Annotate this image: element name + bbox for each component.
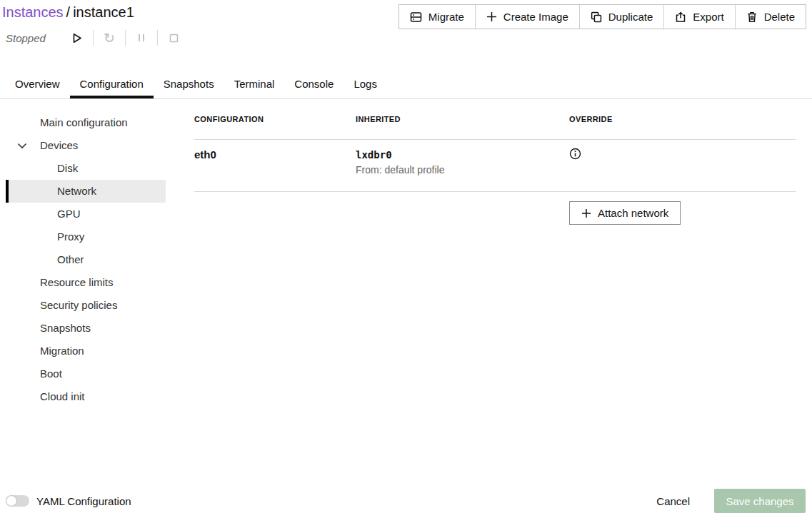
restart-icon: ↻: [104, 31, 115, 45]
attach-network-label: Attach network: [598, 207, 668, 219]
tab-logs[interactable]: Logs: [344, 71, 387, 98]
sidebar-item-other[interactable]: Other: [6, 248, 166, 271]
sidebar-item-network[interactable]: Network: [6, 180, 166, 203]
play-icon: [73, 33, 82, 44]
sidebar-item-security-policies[interactable]: Security policies: [6, 294, 166, 317]
page-title: instance1: [73, 4, 134, 20]
divider: [125, 30, 126, 46]
action-label: Duplicate: [608, 11, 653, 23]
trash-icon: [746, 11, 758, 23]
instance-tabs: Overview Configuration Snapshots Termina…: [0, 71, 812, 99]
create-image-button[interactable]: Create Image: [475, 5, 579, 29]
sidebar-item-migration[interactable]: Migration: [6, 340, 166, 362]
tab-terminal[interactable]: Terminal: [224, 71, 285, 98]
column-header-configuration: CONFIGURATION: [194, 115, 356, 139]
action-label: Migrate: [428, 11, 464, 23]
duplicate-icon: [591, 11, 602, 23]
form-footer: YAML Configuration Cancel Save changes: [0, 479, 812, 523]
sidebar-item-cloud-init[interactable]: Cloud init: [6, 385, 166, 408]
action-label: Export: [693, 11, 723, 23]
tab-console[interactable]: Console: [284, 71, 344, 98]
inherited-network-value: lxdbr0: [356, 148, 569, 162]
toggle-knob: [6, 496, 16, 506]
tab-overview[interactable]: Overview: [5, 71, 70, 98]
inherited-source: From: default profile: [356, 164, 569, 176]
override-cell: [569, 148, 796, 191]
migrate-button[interactable]: Migrate: [399, 5, 475, 29]
export-button[interactable]: Export: [663, 5, 734, 29]
sidebar-item-devices[interactable]: Devices: [6, 134, 166, 157]
column-header-inherited: INHERITED: [356, 115, 569, 139]
duplicate-button[interactable]: Duplicate: [579, 5, 664, 29]
tab-snapshots[interactable]: Snapshots: [154, 71, 224, 98]
sidebar-item-disk[interactable]: Disk: [6, 157, 166, 180]
instance-state-controls: Stopped ↻: [6, 29, 189, 47]
attach-network-row: Attach network: [194, 192, 796, 225]
pause-icon: [137, 33, 146, 43]
sidebar-item-boot[interactable]: Boot: [6, 362, 166, 385]
yaml-configuration-label[interactable]: YAML Configuration: [36, 495, 131, 507]
configuration-sidebar: Main configuration Devices Disk Network …: [0, 100, 183, 408]
restart-button[interactable]: ↻: [101, 29, 118, 46]
plus-icon: [581, 208, 591, 218]
sidebar-item-main-configuration[interactable]: Main configuration: [6, 111, 166, 134]
divider: [93, 30, 94, 46]
save-changes-button[interactable]: Save changes: [714, 489, 806, 513]
instance-detail-page: Instances/instance1 Stopped ↻: [0, 0, 812, 523]
breadcrumb-instances-link[interactable]: Instances: [2, 4, 64, 20]
table-header-row: CONFIGURATION INHERITED OVERRIDE: [194, 100, 796, 140]
breadcrumb: Instances/instance1: [2, 3, 134, 21]
yaml-configuration-toggle[interactable]: [6, 495, 29, 507]
sidebar-item-resource-limits[interactable]: Resource limits: [6, 271, 166, 294]
stop-icon: [169, 34, 179, 43]
override-info-button[interactable]: [569, 148, 581, 160]
info-icon: [569, 148, 581, 160]
migrate-icon: [410, 11, 422, 23]
sidebar-item-proxy[interactable]: Proxy: [6, 225, 166, 248]
table-row: eth0 lxdbr0 From: default profile: [194, 140, 796, 192]
inherited-cell: lxdbr0 From: default profile: [356, 148, 569, 191]
start-button[interactable]: [69, 29, 86, 46]
status-label: Stopped: [6, 32, 50, 44]
sidebar-item-gpu[interactable]: GPU: [6, 203, 166, 225]
breadcrumb-separator: /: [64, 4, 74, 20]
network-configuration-panel: CONFIGURATION INHERITED OVERRIDE eth0 lx…: [194, 100, 796, 225]
column-header-override: OVERRIDE: [569, 115, 796, 139]
sidebar-item-snapshots[interactable]: Snapshots: [6, 317, 166, 340]
action-label: Delete: [764, 11, 795, 23]
plus-icon: [486, 11, 497, 22]
pause-button[interactable]: [133, 29, 150, 46]
action-label: Create Image: [503, 11, 568, 23]
stop-button[interactable]: [165, 29, 182, 46]
device-name-cell: eth0: [194, 148, 356, 191]
delete-button[interactable]: Delete: [735, 5, 806, 29]
cancel-button[interactable]: Cancel: [656, 495, 690, 507]
attach-network-button[interactable]: Attach network: [569, 201, 681, 225]
chevron-down-icon: [17, 143, 27, 149]
instance-actions-toolbar: Migrate Create Image Duplicate Export: [399, 4, 806, 29]
tab-configuration[interactable]: Configuration: [70, 71, 154, 98]
export-icon: [675, 11, 686, 23]
divider: [157, 30, 158, 46]
